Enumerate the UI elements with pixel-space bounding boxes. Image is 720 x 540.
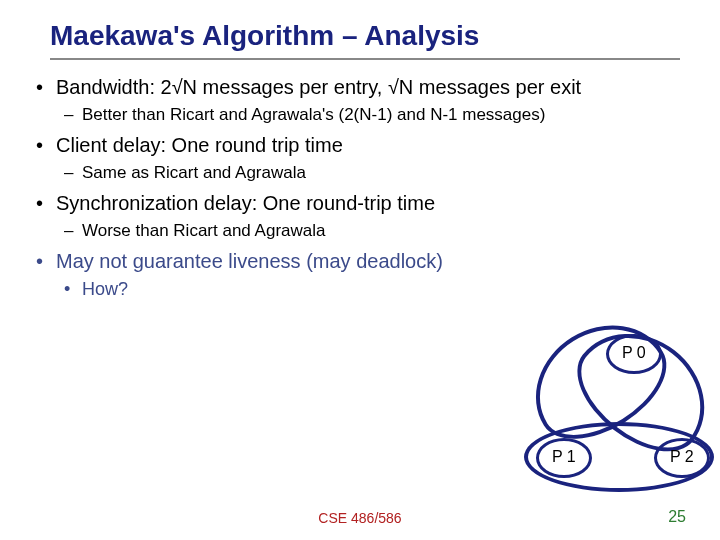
venn-diagram: P 0 P 1 P 2	[498, 330, 698, 500]
sub-bullet: How?	[56, 278, 690, 301]
bullet-list: Bandwidth: 2√N messages per entry, √N me…	[30, 74, 690, 302]
node-label: P 0	[622, 344, 646, 362]
sub-list: Better than Ricart and Agrawala's (2(N-1…	[56, 104, 690, 126]
content-area: Bandwidth: 2√N messages per entry, √N me…	[30, 74, 690, 302]
bullet-liveness: May not guarantee liveness (may deadlock…	[30, 248, 690, 301]
footer-course: CSE 486/586	[0, 510, 720, 526]
bullet-client-delay: Client delay: One round trip time Same a…	[30, 132, 690, 184]
sub-bullet: Worse than Ricart and Agrawala	[56, 220, 690, 242]
sub-list: Worse than Ricart and Agrawala	[56, 220, 690, 242]
bullet-bandwidth: Bandwidth: 2√N messages per entry, √N me…	[30, 74, 690, 126]
sub-bullet: Better than Ricart and Agrawala's (2(N-1…	[56, 104, 690, 126]
bullet-text: Bandwidth: 2√N messages per entry, √N me…	[56, 76, 581, 98]
sub-list: How?	[56, 278, 690, 301]
sub-text: Better than Ricart and Agrawala's (2(N-1…	[82, 105, 545, 124]
sub-text: Same as Ricart and Agrawala	[82, 163, 306, 182]
slide-title: Maekawa's Algorithm – Analysis	[50, 20, 680, 60]
sub-text: How?	[82, 279, 128, 299]
node-label: P 2	[670, 448, 694, 466]
slide: Maekawa's Algorithm – Analysis Bandwidth…	[0, 0, 720, 540]
sub-bullet: Same as Ricart and Agrawala	[56, 162, 690, 184]
sub-text: Worse than Ricart and Agrawala	[82, 221, 325, 240]
bullet-sync-delay: Synchronization delay: One round-trip ti…	[30, 190, 690, 242]
bullet-text: Client delay: One round trip time	[56, 134, 343, 156]
page-number: 25	[668, 508, 686, 526]
bullet-text: Synchronization delay: One round-trip ti…	[56, 192, 435, 214]
node-label: P 1	[552, 448, 576, 466]
sub-list: Same as Ricart and Agrawala	[56, 162, 690, 184]
bullet-text: May not guarantee liveness (may deadlock…	[56, 250, 443, 272]
